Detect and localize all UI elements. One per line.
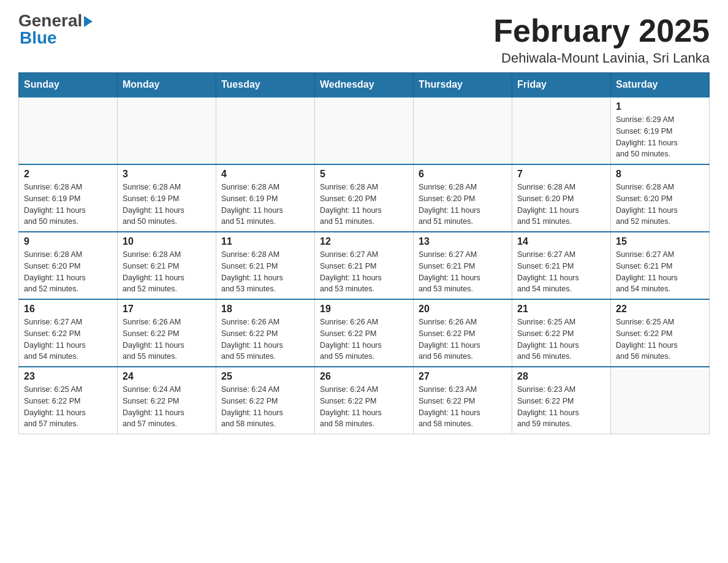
calendar-cell: 22Sunrise: 6:25 AMSunset: 6:22 PMDayligh… xyxy=(611,299,710,367)
day-info: Sunrise: 6:25 AMSunset: 6:22 PMDaylight:… xyxy=(616,316,704,362)
title-section: February 2025 Dehiwala-Mount Lavinia, Sr… xyxy=(493,12,710,66)
day-info: Sunrise: 6:24 AMSunset: 6:22 PMDaylight:… xyxy=(221,384,309,430)
day-number: 18 xyxy=(221,304,309,315)
calendar-cell: 19Sunrise: 6:26 AMSunset: 6:22 PMDayligh… xyxy=(315,299,414,367)
day-info: Sunrise: 6:28 AMSunset: 6:19 PMDaylight:… xyxy=(221,182,309,228)
day-number: 25 xyxy=(221,371,309,382)
day-number: 1 xyxy=(616,101,704,112)
day-info: Sunrise: 6:28 AMSunset: 6:21 PMDaylight:… xyxy=(221,249,309,295)
day-info: Sunrise: 6:28 AMSunset: 6:19 PMDaylight:… xyxy=(123,182,211,228)
column-header-tuesday: Tuesday xyxy=(216,73,315,98)
day-number: 26 xyxy=(320,371,408,382)
day-info: Sunrise: 6:28 AMSunset: 6:20 PMDaylight:… xyxy=(517,182,605,228)
day-info: Sunrise: 6:23 AMSunset: 6:22 PMDaylight:… xyxy=(419,384,507,430)
day-info: Sunrise: 6:24 AMSunset: 6:22 PMDaylight:… xyxy=(320,384,408,430)
calendar-header-row: SundayMondayTuesdayWednesdayThursdayFrid… xyxy=(19,73,710,98)
calendar-cell xyxy=(414,97,512,164)
day-number: 6 xyxy=(419,169,507,180)
column-header-wednesday: Wednesday xyxy=(315,73,414,98)
day-number: 12 xyxy=(320,236,408,247)
day-number: 4 xyxy=(221,169,309,180)
column-header-sunday: Sunday xyxy=(19,73,118,98)
calendar-cell: 15Sunrise: 6:27 AMSunset: 6:21 PMDayligh… xyxy=(611,232,710,299)
calendar-cell: 24Sunrise: 6:24 AMSunset: 6:22 PMDayligh… xyxy=(118,367,216,434)
calendar-cell xyxy=(315,97,414,164)
day-number: 21 xyxy=(517,304,605,315)
calendar-cell: 3Sunrise: 6:28 AMSunset: 6:19 PMDaylight… xyxy=(118,164,216,232)
page-header: General Blue February 2025 Dehiwala-Moun… xyxy=(18,12,710,66)
logo-blue-text: Blue xyxy=(20,29,93,47)
column-header-monday: Monday xyxy=(118,73,216,98)
calendar-cell: 18Sunrise: 6:26 AMSunset: 6:22 PMDayligh… xyxy=(216,299,315,367)
calendar-cell: 23Sunrise: 6:25 AMSunset: 6:22 PMDayligh… xyxy=(19,367,118,434)
day-info: Sunrise: 6:28 AMSunset: 6:20 PMDaylight:… xyxy=(419,182,507,228)
calendar-cell: 12Sunrise: 6:27 AMSunset: 6:21 PMDayligh… xyxy=(315,232,414,299)
calendar-cell: 14Sunrise: 6:27 AMSunset: 6:21 PMDayligh… xyxy=(512,232,611,299)
day-info: Sunrise: 6:27 AMSunset: 6:21 PMDaylight:… xyxy=(616,249,704,295)
calendar-week-row: 23Sunrise: 6:25 AMSunset: 6:22 PMDayligh… xyxy=(19,367,710,434)
column-header-friday: Friday xyxy=(512,73,611,98)
calendar-cell xyxy=(512,97,611,164)
calendar-cell: 11Sunrise: 6:28 AMSunset: 6:21 PMDayligh… xyxy=(216,232,315,299)
day-number: 10 xyxy=(123,236,211,247)
month-title: February 2025 xyxy=(493,12,710,49)
day-info: Sunrise: 6:27 AMSunset: 6:22 PMDaylight:… xyxy=(24,316,112,362)
day-info: Sunrise: 6:27 AMSunset: 6:21 PMDaylight:… xyxy=(320,249,408,295)
calendar-cell: 8Sunrise: 6:28 AMSunset: 6:20 PMDaylight… xyxy=(611,164,710,232)
location-subtitle: Dehiwala-Mount Lavinia, Sri Lanka xyxy=(493,50,710,66)
calendar-cell: 17Sunrise: 6:26 AMSunset: 6:22 PMDayligh… xyxy=(118,299,216,367)
day-number: 11 xyxy=(221,236,309,247)
day-info: Sunrise: 6:26 AMSunset: 6:22 PMDaylight:… xyxy=(123,316,211,362)
calendar-week-row: 16Sunrise: 6:27 AMSunset: 6:22 PMDayligh… xyxy=(19,299,710,367)
calendar-cell: 20Sunrise: 6:26 AMSunset: 6:22 PMDayligh… xyxy=(414,299,512,367)
day-info: Sunrise: 6:28 AMSunset: 6:20 PMDaylight:… xyxy=(320,182,408,228)
calendar-cell: 9Sunrise: 6:28 AMSunset: 6:20 PMDaylight… xyxy=(19,232,118,299)
day-info: Sunrise: 6:29 AMSunset: 6:19 PMDaylight:… xyxy=(616,114,704,160)
calendar-cell: 21Sunrise: 6:25 AMSunset: 6:22 PMDayligh… xyxy=(512,299,611,367)
calendar-week-row: 9Sunrise: 6:28 AMSunset: 6:20 PMDaylight… xyxy=(19,232,710,299)
day-number: 17 xyxy=(123,304,211,315)
day-number: 15 xyxy=(616,236,704,247)
day-info: Sunrise: 6:24 AMSunset: 6:22 PMDaylight:… xyxy=(123,384,211,430)
calendar-cell: 6Sunrise: 6:28 AMSunset: 6:20 PMDaylight… xyxy=(414,164,512,232)
day-number: 22 xyxy=(616,304,704,315)
day-info: Sunrise: 6:28 AMSunset: 6:21 PMDaylight:… xyxy=(123,249,211,295)
calendar-cell: 7Sunrise: 6:28 AMSunset: 6:20 PMDaylight… xyxy=(512,164,611,232)
day-number: 27 xyxy=(419,371,507,382)
day-number: 19 xyxy=(320,304,408,315)
day-info: Sunrise: 6:26 AMSunset: 6:22 PMDaylight:… xyxy=(221,316,309,362)
day-number: 28 xyxy=(517,371,605,382)
day-number: 7 xyxy=(517,169,605,180)
calendar-cell: 4Sunrise: 6:28 AMSunset: 6:19 PMDaylight… xyxy=(216,164,315,232)
calendar-cell xyxy=(118,97,216,164)
calendar-cell: 13Sunrise: 6:27 AMSunset: 6:21 PMDayligh… xyxy=(414,232,512,299)
calendar-cell: 28Sunrise: 6:23 AMSunset: 6:22 PMDayligh… xyxy=(512,367,611,434)
day-info: Sunrise: 6:23 AMSunset: 6:22 PMDaylight:… xyxy=(517,384,605,430)
day-info: Sunrise: 6:25 AMSunset: 6:22 PMDaylight:… xyxy=(517,316,605,362)
calendar-cell: 27Sunrise: 6:23 AMSunset: 6:22 PMDayligh… xyxy=(414,367,512,434)
calendar-cell: 2Sunrise: 6:28 AMSunset: 6:19 PMDaylight… xyxy=(19,164,118,232)
day-number: 14 xyxy=(517,236,605,247)
day-number: 3 xyxy=(123,169,211,180)
calendar-cell xyxy=(611,367,710,434)
calendar-week-row: 2Sunrise: 6:28 AMSunset: 6:19 PMDaylight… xyxy=(19,164,710,232)
day-number: 8 xyxy=(616,169,704,180)
day-info: Sunrise: 6:28 AMSunset: 6:19 PMDaylight:… xyxy=(24,182,112,228)
day-number: 16 xyxy=(24,304,112,315)
day-number: 9 xyxy=(24,236,112,247)
day-info: Sunrise: 6:28 AMSunset: 6:20 PMDaylight:… xyxy=(616,182,704,228)
calendar-cell: 10Sunrise: 6:28 AMSunset: 6:21 PMDayligh… xyxy=(118,232,216,299)
day-info: Sunrise: 6:25 AMSunset: 6:22 PMDaylight:… xyxy=(24,384,112,430)
calendar-cell: 1Sunrise: 6:29 AMSunset: 6:19 PMDaylight… xyxy=(611,97,710,164)
day-number: 23 xyxy=(24,371,112,382)
day-number: 5 xyxy=(320,169,408,180)
day-info: Sunrise: 6:26 AMSunset: 6:22 PMDaylight:… xyxy=(320,316,408,362)
calendar-cell xyxy=(19,97,118,164)
column-header-thursday: Thursday xyxy=(414,73,512,98)
logo-arrow-icon xyxy=(84,16,93,27)
day-info: Sunrise: 6:27 AMSunset: 6:21 PMDaylight:… xyxy=(517,249,605,295)
calendar-week-row: 1Sunrise: 6:29 AMSunset: 6:19 PMDaylight… xyxy=(19,97,710,164)
column-header-saturday: Saturday xyxy=(611,73,710,98)
logo-general-text: General xyxy=(18,12,82,29)
calendar-cell: 26Sunrise: 6:24 AMSunset: 6:22 PMDayligh… xyxy=(315,367,414,434)
